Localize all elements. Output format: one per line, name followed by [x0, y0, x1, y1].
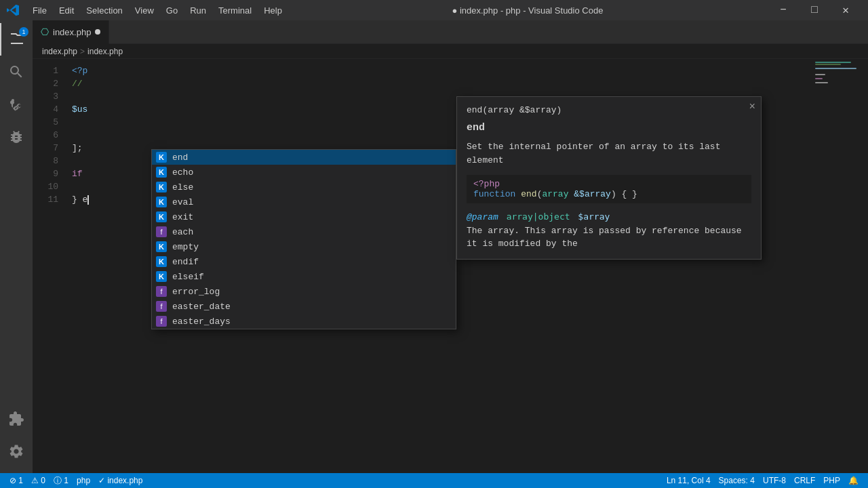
minimize-button[interactable]: −: [768, 0, 799, 20]
doc-sig-text: end(array &$array): [467, 105, 561, 115]
ac-item-icon: K: [156, 241, 167, 252]
doc-param-desc: The array. This array is passed by refer…: [467, 226, 742, 249]
minimap: [814, 59, 868, 473]
activity-bar: 1: [0, 20, 33, 473]
doc-param-section: @param array|object $array The array. Th…: [467, 210, 751, 251]
status-line-ending[interactable]: CRLF: [790, 473, 819, 488]
ac-item-label: echo: [172, 167, 193, 178]
ac-item-label: easter_days: [172, 317, 231, 327]
ac-item-label: elseif: [172, 272, 204, 282]
ac-item-icon: K: [156, 197, 167, 207]
status-feedback[interactable]: 🔔: [844, 473, 863, 488]
explorer-badge: 1: [19, 27, 28, 37]
autocomplete-item[interactable]: Kendif: [152, 254, 456, 269]
doc-code-block: <?php function end(array &$array) { }: [467, 175, 751, 203]
extensions-icon[interactable]: [0, 403, 33, 435]
breadcrumb: index.php > index.php: [33, 44, 868, 59]
code-area[interactable]: 1 2 3 4 5 6 7 8 9 10 11 <?p // $us ];: [33, 59, 868, 473]
tab-index-php[interactable]: ⎔ index.php: [33, 20, 109, 44]
status-file-check[interactable]: ✓ index.php: [94, 473, 146, 488]
ac-item-label: each: [172, 227, 193, 237]
ac-item-icon: f: [156, 316, 167, 327]
autocomplete-item[interactable]: Keval: [152, 195, 456, 209]
status-php[interactable]: php: [73, 473, 94, 488]
ac-item-icon: f: [156, 286, 167, 297]
error-count: ⊘ 1: [9, 476, 23, 485]
menu-help[interactable]: Help: [258, 4, 288, 17]
line-ending-label: CRLF: [794, 476, 815, 485]
menu-file[interactable]: File: [27, 4, 52, 17]
status-warnings[interactable]: ⚠ 0: [27, 473, 50, 488]
doc-close-button[interactable]: ×: [749, 101, 755, 113]
code-line-2: //: [72, 77, 814, 90]
ac-item-icon: f: [156, 226, 167, 237]
search-icon[interactable]: [0, 56, 33, 88]
position-label: Ln 11, Col 4: [667, 476, 711, 485]
autocomplete-item[interactable]: Kecho: [152, 165, 456, 180]
status-info[interactable]: ⓘ 1: [50, 473, 73, 488]
title-bar: File Edit Selection View Go Run Terminal…: [0, 0, 868, 20]
doc-panel: × end(array &$array) end Set the interna…: [456, 96, 762, 260]
breadcrumb-item2[interactable]: index.php: [87, 47, 123, 56]
autocomplete-item[interactable]: Kempty: [152, 239, 456, 254]
menu-terminal[interactable]: Terminal: [213, 4, 257, 17]
warning-count: ⚠ 0: [31, 476, 45, 485]
autocomplete-item[interactable]: Kend: [152, 150, 456, 165]
breadcrumb-file[interactable]: index.php: [42, 47, 77, 56]
window-title: ● index.php - php - Visual Studio Code: [293, 5, 762, 16]
ac-item-icon: K: [156, 211, 167, 222]
autocomplete-item[interactable]: feach: [152, 224, 456, 239]
activity-bottom: [0, 403, 33, 473]
explorer-icon[interactable]: 1: [0, 23, 33, 56]
debug-icon[interactable]: [0, 121, 33, 153]
status-spaces[interactable]: Spaces: 4: [715, 473, 759, 488]
ac-item-label: eval: [172, 197, 193, 207]
doc-param-type: array|object: [507, 212, 570, 222]
spaces-label: Spaces: 4: [719, 476, 755, 485]
ac-item-label: end: [172, 152, 188, 163]
php-file-icon: ⎔: [41, 26, 49, 37]
autocomplete-item[interactable]: ferror_log: [152, 284, 456, 299]
source-control-icon[interactable]: [0, 88, 33, 121]
tab-bar: ⎔ index.php: [33, 20, 868, 44]
breadcrumb-sep1: >: [80, 47, 85, 56]
ac-item-label: else: [172, 182, 193, 192]
ac-item-icon: f: [156, 301, 167, 312]
ac-item-icon: K: [156, 167, 167, 178]
autocomplete-item[interactable]: Kelseif: [152, 269, 456, 284]
info-count: ⓘ 1: [54, 475, 68, 487]
menu-selection[interactable]: Selection: [81, 4, 127, 17]
menu-bar: File Edit Selection View Go Run Terminal…: [27, 4, 288, 17]
doc-param-name: $array: [578, 211, 610, 222]
feedback-icon: 🔔: [848, 476, 859, 485]
menu-edit[interactable]: Edit: [54, 4, 79, 17]
encoding-label: UTF-8: [763, 476, 786, 485]
autocomplete-item[interactable]: feaster_date: [152, 299, 456, 314]
maximize-button[interactable]: □: [799, 0, 830, 20]
menu-run[interactable]: Run: [184, 4, 212, 17]
status-encoding[interactable]: UTF-8: [759, 473, 790, 488]
line-numbers: 1 2 3 4 5 6 7 8 9 10 11: [33, 59, 65, 473]
ac-item-icon: K: [156, 152, 167, 163]
status-errors[interactable]: ⊘ 1: [5, 473, 27, 488]
autocomplete-item[interactable]: Kelse: [152, 180, 456, 195]
close-button[interactable]: ✕: [830, 0, 861, 20]
tab-modified-indicator: [95, 29, 100, 35]
settings-icon[interactable]: [0, 435, 33, 468]
ac-item-label: endif: [172, 257, 199, 267]
main-container: 1 ⎔ index.php: [0, 20, 868, 473]
status-language[interactable]: PHP: [819, 473, 844, 488]
menu-go[interactable]: Go: [161, 4, 183, 17]
autocomplete-item[interactable]: feaster_days: [152, 314, 456, 329]
status-bar: ⊘ 1 ⚠ 0 ⓘ 1 php ✓ index.php Ln 11, Col 4…: [0, 473, 868, 488]
ac-item-label: empty: [172, 242, 199, 252]
autocomplete-item[interactable]: Kexit: [152, 209, 456, 224]
doc-title: end: [467, 122, 751, 134]
status-position[interactable]: Ln 11, Col 4: [663, 473, 715, 488]
ac-item-icon: K: [156, 182, 167, 192]
window-controls: − □ ✕: [768, 0, 861, 20]
doc-description: Set the internal pointer of an array to …: [467, 140, 751, 167]
ac-item-label: exit: [172, 212, 193, 222]
doc-signature: end(array &$array): [467, 105, 751, 115]
menu-view[interactable]: View: [130, 4, 159, 17]
